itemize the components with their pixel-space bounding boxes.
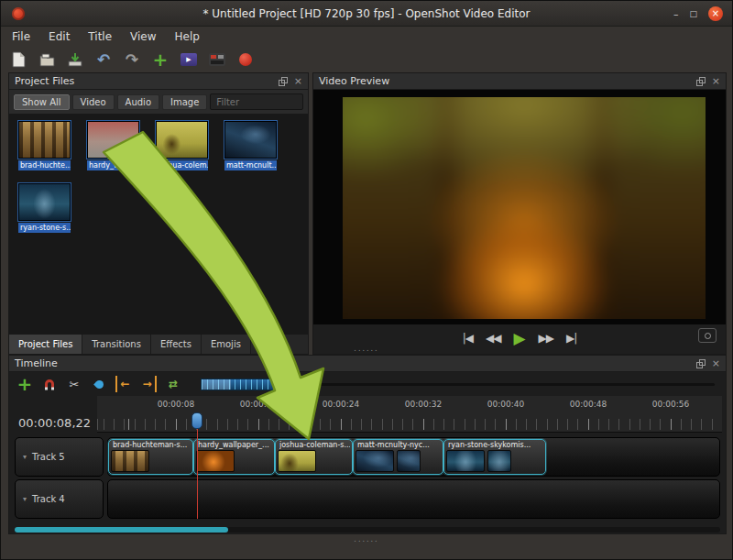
- export-video-icon[interactable]: [207, 49, 227, 70]
- timeline-clip[interactable]: brad-huchteman-s...: [108, 439, 193, 475]
- zoom-slider-track[interactable]: [295, 383, 715, 386]
- clip-label: brad-huchteman-s...: [113, 441, 191, 449]
- choose-profile-icon[interactable]: ▶: [179, 49, 199, 70]
- project-file-item[interactable]: ryan-stone-s...: [18, 183, 71, 233]
- track-row: ▾ Track 5 brad-huchteman-s... hardy_wall…: [15, 437, 720, 477]
- track-row: ▾ Track 4: [15, 479, 720, 519]
- splitter-handle[interactable]: ......: [1, 537, 732, 543]
- undock-icon[interactable]: [696, 359, 706, 368]
- timeline-clip[interactable]: ryan-stone-skykomis...: [443, 439, 546, 475]
- ruler-label: 00:00:32: [396, 400, 451, 409]
- menu-help[interactable]: Help: [175, 30, 200, 43]
- add-marker-icon[interactable]: [91, 376, 107, 392]
- timeline-header: Timeline ×: [9, 356, 726, 372]
- new-project-icon[interactable]: [8, 49, 28, 70]
- project-file-item[interactable]: hardy_wa...: [87, 121, 139, 170]
- close-panel-icon[interactable]: ×: [712, 358, 720, 368]
- file-thumbnail-grid: brad-huchte... hardy_wa... joshua-colem.…: [9, 114, 308, 334]
- preview-frame: [343, 97, 706, 319]
- clip-thumbnail: [196, 450, 235, 472]
- menu-edit[interactable]: Edit: [49, 30, 70, 43]
- timeline-toolbar: + ✂ ← → ⇄: [9, 372, 726, 396]
- clip-thumbnail: [278, 450, 316, 472]
- close-panel-icon[interactable]: ×: [294, 76, 302, 86]
- project-file-item[interactable]: joshua-colem...: [156, 121, 208, 170]
- timeline-clip[interactable]: joshua-coleman-s...: [275, 439, 353, 475]
- monitor-play-icon: ▶: [181, 53, 197, 66]
- play-icon[interactable]: ▶: [513, 331, 525, 346]
- splitter-handle[interactable]: ......: [1, 346, 732, 352]
- app-icon: [12, 7, 25, 20]
- timeline-clip[interactable]: hardy_wallpaper_...: [193, 439, 275, 475]
- file-label: brad-huchte...: [18, 160, 71, 170]
- track-lane[interactable]: brad-huchteman-s... hardy_wallpaper_... …: [107, 437, 720, 477]
- chevron-down-icon: ▾: [23, 495, 27, 503]
- close-panel-icon[interactable]: ×: [712, 76, 720, 86]
- file-filter-row: Show All Video Audio Image: [9, 90, 308, 114]
- filter-show-all-button[interactable]: Show All: [14, 94, 70, 110]
- preview-video-frame: [343, 97, 706, 319]
- ruler-label: 00:00:40: [478, 400, 533, 409]
- clip-thumbnail: [487, 450, 511, 472]
- scrollbar-thumb[interactable]: [15, 527, 228, 533]
- track-name: Track 5: [32, 452, 65, 462]
- add-track-icon[interactable]: +: [16, 376, 33, 392]
- video-preview-header: Video Preview ×: [313, 73, 726, 90]
- snapping-magnet-icon[interactable]: [41, 376, 58, 392]
- window-title: * Untitled Project [HD 720p 30 fps] - Op…: [203, 7, 531, 20]
- menubar: File Edit Title View Help: [1, 27, 732, 47]
- file-thumbnail: [18, 121, 71, 159]
- center-playhead-icon[interactable]: ⇄: [165, 376, 181, 392]
- timeline-clip[interactable]: matt-mcnulty-nyc...: [353, 439, 443, 475]
- menu-file[interactable]: File: [12, 30, 30, 43]
- next-marker-icon[interactable]: →: [140, 376, 157, 392]
- project-files-title: Project Files: [15, 75, 74, 87]
- clip-thumbnail: [446, 450, 485, 472]
- undock-icon[interactable]: [279, 77, 288, 86]
- import-files-icon[interactable]: +: [150, 49, 170, 70]
- file-thumbnail: [224, 121, 277, 159]
- track-header[interactable]: ▾ Track 5: [15, 437, 104, 477]
- timeline-ruler[interactable]: 00:00:08 00:00:16 00:00:24 00:00:32 00:0…: [97, 396, 722, 433]
- previous-marker-icon[interactable]: ←: [115, 376, 132, 392]
- filter-input[interactable]: [210, 93, 303, 110]
- clip-label: ryan-stone-skykomis...: [448, 441, 543, 449]
- timeline-ruler-row: 00:00:08,22 00:00:08 00:00:16 00:00:24 0…: [9, 396, 726, 433]
- filter-image-button[interactable]: Image: [162, 94, 207, 110]
- minimize-button[interactable]: –: [673, 8, 679, 20]
- file-label: joshua-colem...: [156, 160, 208, 170]
- capture-icon[interactable]: [698, 328, 717, 343]
- playhead-marker[interactable]: [191, 412, 202, 429]
- file-thumbnail: [87, 121, 139, 159]
- undock-icon[interactable]: [696, 77, 706, 86]
- video-preview-title: Video Preview: [319, 75, 389, 87]
- marker-drop-icon: [93, 379, 105, 390]
- fast-forward-icon[interactable]: ▶▶: [539, 333, 553, 344]
- razor-icon[interactable]: ✂: [66, 376, 82, 392]
- jump-end-icon[interactable]: ▶|: [566, 333, 576, 344]
- project-files-header: Project Files ×: [9, 73, 308, 90]
- undo-icon[interactable]: ↶: [93, 49, 114, 70]
- clip-label: joshua-coleman-s...: [279, 441, 350, 449]
- project-file-item[interactable]: brad-huchte...: [18, 121, 71, 170]
- jump-start-icon[interactable]: |◀: [463, 333, 473, 344]
- track-lane[interactable]: [107, 479, 720, 519]
- filter-audio-button[interactable]: Audio: [117, 94, 159, 110]
- redo-icon[interactable]: ↷: [122, 49, 142, 70]
- clip-thumbnail: [397, 450, 421, 472]
- track-header[interactable]: ▾ Track 4: [15, 479, 104, 519]
- rewind-icon[interactable]: ◀◀: [486, 333, 500, 344]
- menu-title[interactable]: Title: [88, 30, 112, 43]
- project-file-item[interactable]: matt-mcnult...: [224, 121, 277, 170]
- close-button[interactable]: ×: [708, 6, 723, 21]
- open-project-icon[interactable]: [37, 49, 57, 70]
- record-icon[interactable]: [235, 49, 256, 70]
- chevron-down-icon: ▾: [23, 453, 27, 461]
- titlebar[interactable]: * Untitled Project [HD 720p 30 fps] - Op…: [1, 1, 732, 27]
- maximize-button[interactable]: □: [689, 9, 697, 18]
- track-name: Track 4: [32, 494, 65, 504]
- menu-view[interactable]: View: [130, 30, 156, 43]
- timeline-zoom-slider[interactable]: [201, 379, 281, 390]
- filter-video-button[interactable]: Video: [72, 94, 115, 110]
- save-project-icon[interactable]: [65, 49, 85, 70]
